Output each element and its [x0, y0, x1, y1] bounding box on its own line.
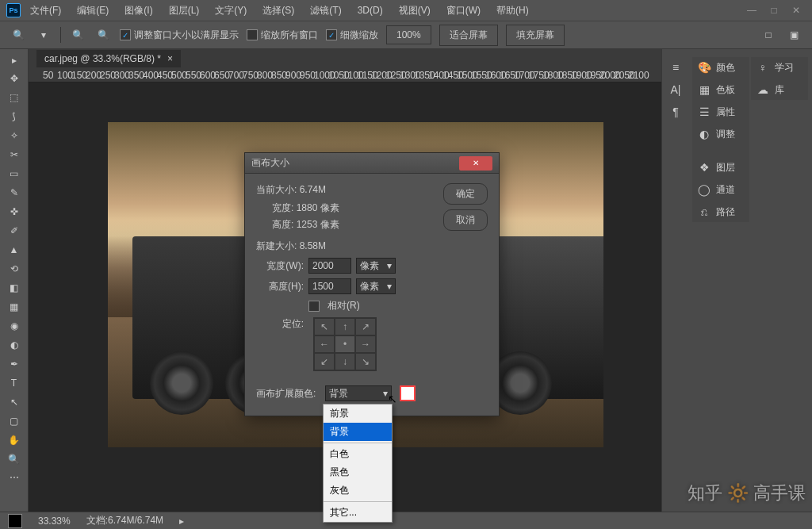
ok-button[interactable]: 确定: [443, 183, 488, 205]
anchor-label: 定位:: [256, 317, 304, 331]
healing-tool[interactable]: ✜: [3, 203, 25, 220]
brushes-icon[interactable]: ≡: [664, 57, 691, 78]
width-unit-select[interactable]: 像素▾: [356, 258, 396, 274]
height-input[interactable]: [308, 278, 351, 294]
lasso-tool[interactable]: ⟆: [3, 108, 25, 125]
dd-other[interactable]: 其它...: [324, 504, 392, 522]
panel-properties[interactable]: ☰属性: [692, 102, 749, 122]
marquee-tool[interactable]: ⬚: [3, 89, 25, 106]
menu-type[interactable]: 文字(Y): [209, 1, 253, 21]
extension-color-swatch[interactable]: [400, 385, 416, 401]
extension-color-label: 画布扩展颜色:: [256, 387, 316, 401]
more-tools-icon[interactable]: ⋯: [3, 470, 25, 485]
zoom-100-button[interactable]: 100%: [386, 25, 431, 44]
tools-panel: ▸ ✥ ⬚ ⟆ ✧ ✂ ▭ ✎ ✜ ✐ ▲ ⟲ ◧ ▦ ◉ ◐ ✒ T ↖ ▢ …: [0, 49, 29, 512]
panel-adjustments[interactable]: ◐调整: [692, 124, 749, 144]
opt-fit-window[interactable]: 调整窗口大小以满屏显示: [120, 29, 239, 42]
document-tab[interactable]: car.jpeg @ 33.3%(RGB/8) *×: [36, 50, 181, 67]
share-icon[interactable]: □: [760, 26, 777, 44]
cancel-button[interactable]: 取消: [443, 209, 488, 231]
move-tool[interactable]: ✥: [3, 70, 25, 87]
menu-window[interactable]: 窗口(W): [440, 1, 487, 21]
extension-color-select[interactable]: 背景▾: [325, 385, 392, 401]
dd-background[interactable]: 背景: [324, 423, 392, 441]
history-brush-tool[interactable]: ⟲: [3, 260, 25, 278]
dodge-tool[interactable]: ◐: [3, 336, 25, 354]
shape-tool[interactable]: ▢: [3, 412, 25, 430]
blur-tool[interactable]: ◉: [3, 317, 25, 335]
type-tool[interactable]: T: [3, 374, 25, 392]
dialog-title: 画布大小: [251, 156, 289, 170]
crop-tool[interactable]: ✂: [3, 146, 25, 163]
opt-zoom-all[interactable]: 缩放所有窗口: [247, 29, 318, 42]
relative-checkbox[interactable]: [308, 301, 320, 312]
relative-label: 相对(R): [327, 299, 360, 312]
paragraph-icon[interactable]: ¶: [664, 102, 691, 122]
menu-filter[interactable]: 滤镜(T): [304, 1, 347, 21]
panel-libraries[interactable]: ☁库: [751, 79, 808, 100]
zoom-level[interactable]: 33.33%: [38, 516, 71, 527]
menu-image[interactable]: 图像(I): [118, 1, 159, 21]
minimize-icon[interactable]: —: [742, 4, 761, 17]
zoom-in-icon[interactable]: 🔍: [69, 26, 86, 44]
width-label: 宽度(W):: [256, 259, 304, 273]
foreground-color-swatch[interactable]: [8, 514, 22, 528]
dd-foreground[interactable]: 前景: [324, 404, 392, 423]
panel-swatches[interactable]: ▦色板: [692, 79, 749, 100]
menu-help[interactable]: 帮助(H): [490, 1, 535, 21]
opt-scrubby[interactable]: 细微缩放: [326, 29, 378, 42]
ps-logo: Ps: [6, 3, 21, 17]
brush-tool[interactable]: ✐: [3, 222, 25, 240]
status-chevron-icon[interactable]: ▸: [179, 516, 184, 527]
gradient-tool[interactable]: ▦: [3, 298, 25, 316]
chevron-down-icon[interactable]: ▾: [35, 26, 52, 44]
menu-select[interactable]: 选择(S): [256, 1, 301, 21]
fit-screen-button[interactable]: 适合屏幕: [439, 25, 498, 46]
document-tabs: car.jpeg @ 33.3%(RGB/8) *×: [29, 49, 661, 68]
panel-paths[interactable]: ⎌路径: [692, 201, 749, 222]
dialog-titlebar[interactable]: 画布大小 ✕: [245, 153, 499, 174]
maximize-icon[interactable]: □: [764, 4, 783, 17]
hand-tool[interactable]: ✋: [3, 431, 25, 449]
stamp-tool[interactable]: ▲: [3, 241, 25, 259]
close-tab-icon[interactable]: ×: [167, 53, 173, 64]
expand-icon[interactable]: ▸: [3, 52, 25, 68]
watermark: 知乎 🔆 高手课: [688, 481, 806, 505]
zoom-tool[interactable]: 🔍: [3, 450, 25, 468]
close-icon[interactable]: ✕: [787, 4, 806, 17]
canvas-size-dialog: 画布大小 ✕ 当前大小: 6.74M 宽度: 1880 像素 高度: 1253 …: [244, 152, 500, 416]
frame-tool[interactable]: ▭: [3, 165, 25, 182]
panel-channels[interactable]: ◯通道: [692, 179, 749, 200]
zoom-tool-icon[interactable]: 🔍: [10, 26, 27, 44]
height-unit-select[interactable]: 像素▾: [356, 278, 396, 294]
panel-learn[interactable]: ♀学习: [751, 57, 808, 78]
width-input[interactable]: [308, 258, 351, 274]
fill-screen-button[interactable]: 填充屏幕: [506, 25, 565, 46]
menu-file[interactable]: 文件(F): [24, 1, 67, 21]
dd-white[interactable]: 白色: [324, 445, 392, 463]
extension-color-dropdown: 前景 背景 白色 黑色 灰色 其它...: [323, 404, 393, 523]
document-size[interactable]: 文档:6.74M/6.74M: [86, 514, 163, 527]
right-panels: ≡ A| ¶ 🎨颜色 ▦色板 ☰属性 ◐调整 ❖图层 ◯通道 ⎌路径 ♀学习 ☁…: [661, 49, 812, 512]
eyedropper-tool[interactable]: ✎: [3, 184, 25, 201]
menu-bar: Ps 文件(F) 编辑(E) 图像(I) 图层(L) 文字(Y) 选择(S) 滤…: [0, 0, 812, 21]
menu-edit[interactable]: 编辑(E): [71, 1, 115, 21]
anchor-grid[interactable]: ↖↑↗ ←•→ ↙↓↘: [313, 317, 377, 371]
dd-black[interactable]: 黑色: [324, 463, 392, 481]
path-select-tool[interactable]: ↖: [3, 393, 25, 411]
ruler-horizontal: 5010015020025030035040045050055060065070…: [29, 68, 661, 82]
pen-tool[interactable]: ✒: [3, 355, 25, 373]
dd-gray[interactable]: 灰色: [324, 481, 392, 500]
frame-icon[interactable]: ▣: [785, 26, 802, 44]
zoom-out-icon[interactable]: 🔍: [94, 26, 112, 44]
panel-layers[interactable]: ❖图层: [692, 157, 749, 178]
panel-color[interactable]: 🎨颜色: [692, 57, 749, 78]
quick-select-tool[interactable]: ✧: [3, 127, 25, 144]
height-label: 高度(H):: [256, 280, 304, 293]
menu-layer[interactable]: 图层(L): [163, 1, 206, 21]
menu-3d[interactable]: 3D(D): [351, 2, 389, 19]
menu-view[interactable]: 视图(V): [393, 1, 437, 21]
dialog-close-button[interactable]: ✕: [459, 156, 492, 171]
eraser-tool[interactable]: ◧: [3, 279, 25, 297]
character-icon[interactable]: A|: [664, 79, 691, 100]
